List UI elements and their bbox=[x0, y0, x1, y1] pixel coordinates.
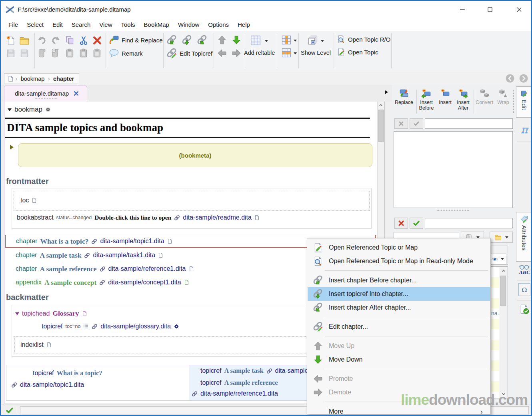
cancel-edit-button[interactable] bbox=[394, 118, 408, 129]
attribute-cancel-button[interactable] bbox=[394, 218, 408, 229]
remark-button[interactable]: Remark bbox=[122, 50, 143, 57]
cut-button[interactable] bbox=[78, 35, 89, 46]
tab-edit-panel[interactable]: Edit bbox=[516, 86, 532, 118]
menu-search[interactable]: Search bbox=[67, 21, 95, 28]
show-level-dropdown[interactable] bbox=[321, 40, 324, 44]
attribute-value-field[interactable] bbox=[425, 218, 513, 228]
attribute-file-button[interactable] bbox=[490, 232, 513, 243]
menu-help[interactable]: Help bbox=[233, 21, 254, 28]
add-reltable-button[interactable]: Add reltable bbox=[244, 50, 275, 56]
bookabstract-href[interactable]: dita-sample/readme.dita bbox=[183, 214, 252, 221]
insert-column-icon[interactable] bbox=[281, 34, 292, 46]
menu-item-open-referenced-readonly[interactable]: Open Referenced Topic or Map in Read-onl… bbox=[308, 254, 490, 268]
insert-button[interactable]: Insert bbox=[436, 88, 454, 105]
redo-button[interactable] bbox=[50, 35, 61, 46]
nav-forward-button[interactable] bbox=[519, 74, 528, 83]
topic-href[interactable]: dita-sample/topic1.dita bbox=[100, 238, 164, 245]
attribute-confirm-button[interactable] bbox=[410, 218, 423, 229]
insert-topicref-before-button[interactable] bbox=[166, 35, 177, 46]
nav-back-button[interactable] bbox=[505, 74, 515, 83]
confirm-edit-button[interactable] bbox=[410, 118, 423, 129]
bookmeta-expand-icon[interactable] bbox=[10, 145, 16, 150]
menu-item-insert-chapter-after[interactable]: Insert chapter After chapter... bbox=[308, 301, 490, 314]
find-replace-icon[interactable] bbox=[109, 35, 119, 45]
show-level-icon[interactable] bbox=[307, 35, 318, 46]
copy-button[interactable] bbox=[65, 35, 75, 46]
insert-topicref-after-button[interactable] bbox=[197, 35, 208, 46]
find-replace-button[interactable]: Find & Replace bbox=[122, 37, 163, 44]
tab-overflow-icon[interactable] bbox=[383, 89, 389, 95]
promote-button[interactable] bbox=[217, 48, 227, 58]
menu-item-open-referenced[interactable]: Open Referenced Topic or Map bbox=[308, 241, 490, 254]
tab-pi-symbols[interactable]: π bbox=[516, 119, 532, 140]
collapse-icon[interactable] bbox=[15, 312, 19, 317]
bookmeta-collapsed[interactable]: (bookmeta) bbox=[18, 143, 372, 167]
menu-edit[interactable]: Edit bbox=[48, 21, 67, 28]
tab-drag-handle[interactable] bbox=[35, 98, 57, 99]
bookmap-collapse-header[interactable]: bookmap bbox=[8, 106, 51, 114]
topicref-href[interactable]: dita-sample/glossary.dita bbox=[100, 323, 171, 330]
replace-button[interactable]: Replace bbox=[393, 88, 415, 105]
minimize-button[interactable] bbox=[458, 6, 466, 14]
new-document-button[interactable] bbox=[6, 35, 16, 46]
menu-item-edit-chapter[interactable]: Edit chapter... bbox=[308, 320, 490, 334]
delete-button[interactable] bbox=[92, 35, 102, 46]
attributes-scrollbar[interactable] bbox=[500, 267, 508, 398]
collapse-icon[interactable] bbox=[8, 108, 12, 113]
menu-view[interactable]: View bbox=[95, 21, 116, 28]
demote-button[interactable] bbox=[231, 48, 242, 58]
toc-row[interactable]: toc bbox=[14, 191, 370, 211]
reltable-cell-1[interactable]: topicref What is a topic? dita-sample/to… bbox=[6, 365, 190, 401]
special-characters-button[interactable]: Ω bbox=[518, 283, 530, 296]
topicref-href[interactable]: dita-sample/topic1.dita bbox=[20, 381, 84, 388]
maximize-button[interactable] bbox=[486, 6, 494, 14]
menu-select[interactable]: Select bbox=[22, 21, 48, 28]
move-down-button[interactable] bbox=[231, 35, 242, 45]
insert-after-button[interactable]: Insert After bbox=[454, 88, 472, 111]
insert-topicref-into-button[interactable] bbox=[182, 35, 192, 46]
edit-topicref-button[interactable]: Edit Topicref bbox=[180, 50, 212, 57]
panel-splitter[interactable] bbox=[513, 90, 514, 113]
topic-href[interactable]: dita-sample/concept1.dita bbox=[108, 279, 181, 286]
menu-item-promote[interactable]: Promote bbox=[308, 372, 490, 386]
scrollbar-thumb[interactable] bbox=[500, 276, 506, 306]
tab-dita-sample[interactable]: dita-sample.ditamap bbox=[4, 86, 87, 102]
menu-item-insert-topicref-into[interactable]: Insert topicref Into chapter... bbox=[308, 287, 490, 301]
topicref-href[interactable]: dita-sample/reference1.dita bbox=[200, 390, 278, 397]
validate-button[interactable] bbox=[519, 304, 530, 315]
spell-check-button[interactable]: ABC bbox=[518, 264, 530, 276]
glossary-topicref-row[interactable]: topicref toc=no dita-sample/glossary.dit… bbox=[42, 323, 179, 330]
save-button[interactable] bbox=[6, 48, 16, 58]
gear-icon[interactable] bbox=[45, 107, 51, 112]
close-button[interactable] bbox=[515, 6, 523, 14]
file-dropdown[interactable] bbox=[505, 236, 508, 240]
open-topic-button[interactable]: Open Topic bbox=[348, 49, 378, 56]
selection-handle-icon[interactable] bbox=[83, 323, 89, 330]
menu-tools[interactable]: Tools bbox=[117, 21, 140, 28]
add-reltable-icon[interactable] bbox=[250, 34, 262, 46]
wrap-button[interactable]: Wrap bbox=[494, 88, 512, 105]
insert-row-dropdown[interactable] bbox=[294, 52, 297, 56]
paste-button[interactable] bbox=[65, 48, 75, 58]
paste-after-button[interactable] bbox=[92, 48, 102, 58]
scrollbar-thumb[interactable] bbox=[378, 110, 384, 142]
paste-before-button[interactable] bbox=[78, 48, 89, 58]
scroll-up-icon[interactable] bbox=[501, 268, 506, 274]
save-as-button[interactable] bbox=[19, 48, 30, 58]
add-reltable-dropdown[interactable] bbox=[265, 40, 268, 44]
remark-icon[interactable] bbox=[109, 48, 119, 58]
show-level-button[interactable]: Show Level bbox=[301, 50, 331, 56]
convert-button[interactable]: Convert bbox=[475, 88, 494, 105]
edit-topicref-icon[interactable] bbox=[166, 48, 177, 59]
open-topic-ro-button[interactable]: Open Topic R/O bbox=[348, 36, 390, 43]
panel-horizontal-splitter[interactable] bbox=[437, 210, 469, 211]
undo-button[interactable] bbox=[37, 35, 47, 46]
breadcrumb-bookmap[interactable]: bookmap bbox=[19, 76, 46, 82]
visibility-dropdown[interactable] bbox=[501, 258, 504, 262]
menu-file[interactable]: File bbox=[4, 21, 22, 28]
menu-item-move-down[interactable]: Move Down bbox=[308, 353, 490, 366]
repeat-button[interactable] bbox=[37, 48, 47, 58]
insert-before-button[interactable]: Insert Before bbox=[417, 88, 436, 111]
move-up-button[interactable] bbox=[217, 35, 227, 45]
topichead-row[interactable]: topichead Glossary bbox=[15, 309, 87, 318]
